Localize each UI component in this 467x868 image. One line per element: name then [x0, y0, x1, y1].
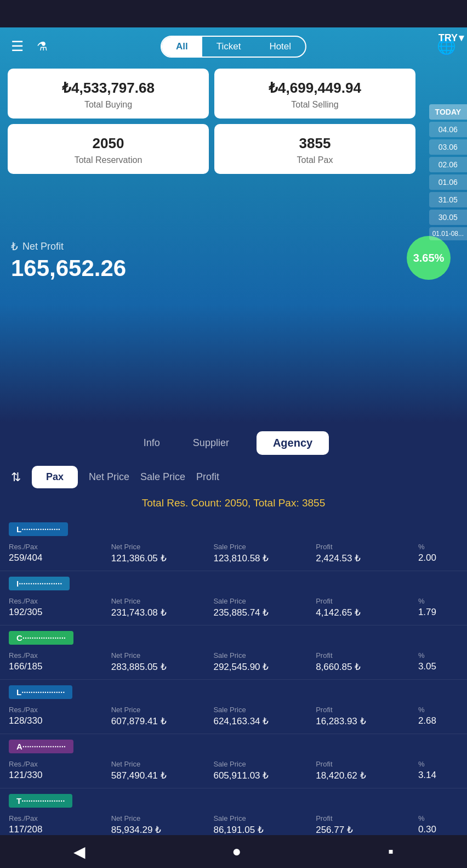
profit-label: Profit	[316, 706, 416, 714]
hamburger-icon[interactable]: ☰	[11, 38, 24, 55]
col-res-pax: Res./Pax 128/330	[9, 706, 109, 727]
filter-tab-group: All Ticket Hotel	[161, 36, 306, 58]
sale-price-value: 235,885.74 ₺	[213, 607, 314, 618]
percent-value: 1.79	[418, 607, 458, 618]
total-buying-value: ₺4,533,797.68	[16, 80, 200, 97]
profit-value: 4,142.65 ₺	[316, 607, 416, 618]
res-pax-value: 192/305	[9, 607, 109, 618]
net-price-value: 85,934.29 ₺	[111, 824, 212, 836]
date-0206[interactable]: 02.06	[429, 157, 467, 172]
sort-profit[interactable]: Profit	[196, 471, 219, 483]
sort-controls: ⇅ Pax Net Price Sale Price Profit	[0, 461, 467, 493]
net-profit-label: ₺ Net Profit	[11, 240, 456, 253]
percent-label: %	[418, 814, 458, 822]
home-button[interactable]: ●	[232, 843, 242, 860]
bottom-tab-nav: Info Supplier Agency	[0, 422, 467, 461]
percent-value: 2.68	[418, 715, 458, 726]
percent-label: %	[418, 543, 458, 551]
col-profit: Profit 256.77 ₺	[316, 814, 416, 836]
agency-name: C···················	[9, 631, 73, 645]
net-price-label: Net Price	[111, 760, 212, 768]
sort-arrows-icon[interactable]: ⇅	[11, 470, 21, 484]
chart-area	[0, 174, 467, 218]
bottom-section: Info Supplier Agency ⇅ Pax Net Price Sal…	[0, 422, 467, 868]
filter-icon[interactable]: ⚗	[37, 40, 48, 54]
date-0306[interactable]: 03.06	[429, 139, 467, 155]
col-percent: % 0.30	[418, 814, 458, 836]
sale-price-label: Sale Price	[213, 706, 314, 714]
profit-label: Profit	[316, 597, 416, 605]
agency-stats: Res./Pax 166/185 Net Price 283,885.05 ₺ …	[9, 651, 458, 673]
res-pax-value: 259/404	[9, 553, 109, 563]
col-net-price: Net Price 85,934.29 ₺	[111, 814, 212, 836]
col-res-pax: Res./Pax 121/330	[9, 760, 109, 781]
header: ☰ ⚗ All Ticket Hotel 🌐	[0, 27, 467, 61]
profit-label: Profit	[316, 814, 416, 822]
col-sale-price: Sale Price 86,191.05 ₺	[213, 814, 314, 836]
main-content: ☰ ⚗ All Ticket Hotel 🌐 TRY ▾ TODAY 04.06…	[0, 27, 467, 422]
agency-stats: Res./Pax 192/305 Net Price 231,743.08 ₺ …	[9, 597, 458, 618]
date-3005[interactable]: 30.05	[429, 210, 467, 225]
profit-label: Profit	[316, 760, 416, 768]
currency-button[interactable]: TRY ▾	[438, 32, 464, 44]
percent-value: 3.05	[418, 661, 458, 672]
status-bar	[0, 0, 467, 27]
date-range[interactable]: 01.01-08...	[429, 227, 467, 240]
date-today[interactable]: TODAY	[429, 104, 467, 120]
net-price-label: Net Price	[111, 543, 212, 551]
profit-value: 2,424.53 ₺	[316, 553, 416, 564]
card-total-pax: 3855 Total Pax	[214, 124, 415, 174]
sort-net-price[interactable]: Net Price	[89, 471, 129, 483]
agency-name: T···················	[9, 794, 72, 808]
profit-label: Profit	[316, 543, 416, 551]
col-percent: % 2.68	[418, 706, 458, 727]
res-pax-label: Res./Pax	[9, 706, 109, 714]
sale-price-label: Sale Price	[213, 597, 314, 605]
tab-info[interactable]: Info	[138, 434, 166, 452]
profit-value: 18,420.62 ₺	[316, 770, 416, 781]
percent-label: %	[418, 597, 458, 605]
net-price-label: Net Price	[111, 597, 212, 605]
net-price-label: Net Price	[111, 706, 212, 714]
col-profit: Profit 8,660.85 ₺	[316, 651, 416, 673]
percent-value: 3.14	[418, 770, 458, 781]
date-0406[interactable]: 04.06	[429, 122, 467, 137]
agency-row[interactable]: I··················· Res./Pax 192/305 Ne…	[0, 571, 467, 625]
net-price-value: 231,743.08 ₺	[111, 607, 212, 618]
sort-pax[interactable]: Pax	[32, 466, 78, 488]
col-sale-price: Sale Price 123,810.58 ₺	[213, 543, 314, 564]
date-3105[interactable]: 31.05	[429, 192, 467, 207]
sale-price-value: 605,911.03 ₺	[213, 770, 314, 781]
tab-hotel[interactable]: Hotel	[255, 37, 305, 57]
col-net-price: Net Price 283,885.05 ₺	[111, 651, 212, 673]
tab-ticket[interactable]: Ticket	[202, 37, 255, 57]
col-net-price: Net Price 607,879.41 ₺	[111, 706, 212, 727]
percent-value: 2.00	[418, 553, 458, 563]
res-pax-value: 128/330	[9, 715, 109, 726]
col-net-price: Net Price 121,386.05 ₺	[111, 543, 212, 564]
res-pax-label: Res./Pax	[9, 760, 109, 768]
back-button[interactable]: ◀	[73, 843, 86, 861]
recents-button[interactable]: ▪	[388, 843, 394, 860]
agency-row[interactable]: L················· Res./Pax 259/404 Net …	[0, 517, 467, 571]
agency-row[interactable]: L··················· Res./Pax 128/330 Ne…	[0, 680, 467, 734]
col-res-pax: Res./Pax 192/305	[9, 597, 109, 618]
agency-stats: Res./Pax 259/404 Net Price 121,386.05 ₺ …	[9, 543, 458, 564]
col-profit: Profit 16,283.93 ₺	[316, 706, 416, 727]
col-profit: Profit 2,424.53 ₺	[316, 543, 416, 564]
agency-stats: Res./Pax 117/208 Net Price 85,934.29 ₺ S…	[9, 814, 458, 836]
date-0106[interactable]: 01.06	[429, 174, 467, 190]
percent-value: 0.30	[418, 824, 458, 835]
agency-name: A···················	[9, 740, 73, 753]
percent-label: %	[418, 706, 458, 714]
agency-row[interactable]: C··················· Res./Pax 166/185 Ne…	[0, 625, 467, 680]
sale-price-label: Sale Price	[213, 814, 314, 822]
sort-sale-price[interactable]: Sale Price	[140, 471, 185, 483]
percent-label: %	[418, 760, 458, 768]
tab-all[interactable]: All	[162, 37, 202, 57]
agency-row[interactable]: A··················· Res./Pax 121/330 Ne…	[0, 734, 467, 788]
col-res-pax: Res./Pax 117/208	[9, 814, 109, 836]
tab-agency[interactable]: Agency	[257, 431, 329, 455]
tab-supplier[interactable]: Supplier	[187, 434, 235, 452]
col-sale-price: Sale Price 624,163.34 ₺	[213, 706, 314, 727]
